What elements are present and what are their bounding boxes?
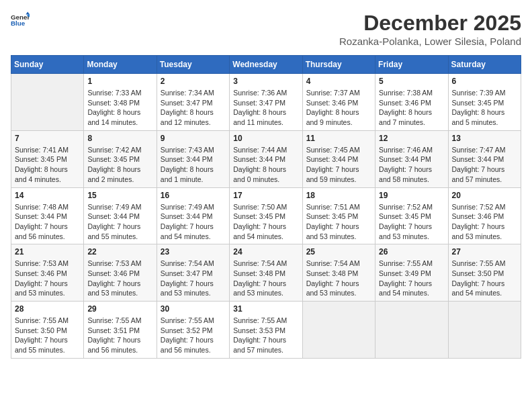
day-number: 6 xyxy=(452,77,517,86)
svg-text:Blue: Blue xyxy=(11,19,26,27)
day-number: 7 xyxy=(15,134,80,143)
calendar: Sunday Monday Tuesday Wednesday Thursday… xyxy=(11,55,521,359)
day-info: Sunrise: 7:55 AM Sunset: 3:50 PM Dayligh… xyxy=(452,259,517,298)
day-info: Sunrise: 7:47 AM Sunset: 3:44 PM Dayligh… xyxy=(452,145,517,185)
calendar-week-row: 14Sunrise: 7:48 AM Sunset: 3:44 PM Dayli… xyxy=(11,187,521,244)
location-title: Rozanka-Polanka, Lower Silesia, Poland xyxy=(339,36,521,47)
table-row: 18Sunrise: 7:51 AM Sunset: 3:45 PM Dayli… xyxy=(302,187,375,244)
table-row: 21Sunrise: 7:53 AM Sunset: 3:46 PM Dayli… xyxy=(11,244,84,302)
day-info: Sunrise: 7:39 AM Sunset: 3:45 PM Dayligh… xyxy=(452,88,517,128)
table-row xyxy=(11,74,84,131)
calendar-week-row: 1Sunrise: 7:33 AM Sunset: 3:48 PM Daylig… xyxy=(11,74,521,131)
day-number: 14 xyxy=(15,191,80,200)
day-number: 17 xyxy=(233,191,298,200)
day-number: 24 xyxy=(233,247,298,257)
day-info: Sunrise: 7:41 AM Sunset: 3:45 PM Dayligh… xyxy=(15,145,80,185)
day-info: Sunrise: 7:44 AM Sunset: 3:44 PM Dayligh… xyxy=(233,145,298,185)
day-number: 2 xyxy=(161,77,226,86)
day-info: Sunrise: 7:55 AM Sunset: 3:49 PM Dayligh… xyxy=(379,259,444,298)
day-info: Sunrise: 7:33 AM Sunset: 3:48 PM Dayligh… xyxy=(87,88,152,128)
day-number: 22 xyxy=(87,247,152,257)
day-info: Sunrise: 7:52 AM Sunset: 3:46 PM Dayligh… xyxy=(452,202,517,242)
day-info: Sunrise: 7:53 AM Sunset: 3:46 PM Dayligh… xyxy=(87,259,152,298)
day-number: 16 xyxy=(161,191,226,200)
table-row: 20Sunrise: 7:52 AM Sunset: 3:46 PM Dayli… xyxy=(448,187,521,244)
day-info: Sunrise: 7:42 AM Sunset: 3:45 PM Dayligh… xyxy=(87,145,152,185)
day-number: 19 xyxy=(379,191,444,200)
day-number: 15 xyxy=(87,191,152,200)
day-number: 13 xyxy=(452,134,517,143)
table-row: 1Sunrise: 7:33 AM Sunset: 3:48 PM Daylig… xyxy=(84,74,157,131)
calendar-week-row: 28Sunrise: 7:55 AM Sunset: 3:50 PM Dayli… xyxy=(11,302,521,359)
day-number: 21 xyxy=(15,247,80,257)
day-info: Sunrise: 7:52 AM Sunset: 3:45 PM Dayligh… xyxy=(379,202,444,242)
day-info: Sunrise: 7:55 AM Sunset: 3:50 PM Dayligh… xyxy=(15,316,80,355)
table-row xyxy=(375,302,448,359)
title-section: December 2025 Rozanka-Polanka, Lower Sil… xyxy=(339,11,521,47)
table-row: 3Sunrise: 7:36 AM Sunset: 3:47 PM Daylig… xyxy=(230,74,302,131)
col-saturday: Saturday xyxy=(448,56,521,74)
day-info: Sunrise: 7:55 AM Sunset: 3:51 PM Dayligh… xyxy=(87,316,152,355)
day-number: 31 xyxy=(233,304,298,314)
day-info: Sunrise: 7:43 AM Sunset: 3:44 PM Dayligh… xyxy=(161,145,226,185)
logo: General Blue xyxy=(11,11,30,30)
day-number: 30 xyxy=(161,304,226,314)
day-number: 12 xyxy=(379,134,444,143)
day-info: Sunrise: 7:48 AM Sunset: 3:44 PM Dayligh… xyxy=(15,202,80,242)
table-row: 11Sunrise: 7:45 AM Sunset: 3:44 PM Dayli… xyxy=(302,130,375,187)
table-row: 24Sunrise: 7:54 AM Sunset: 3:48 PM Dayli… xyxy=(230,244,302,302)
day-info: Sunrise: 7:55 AM Sunset: 3:52 PM Dayligh… xyxy=(161,316,226,355)
table-row: 31Sunrise: 7:55 AM Sunset: 3:53 PM Dayli… xyxy=(230,302,302,359)
header: General Blue December 2025 Rozanka-Polan… xyxy=(11,11,521,47)
day-number: 9 xyxy=(161,134,226,143)
day-info: Sunrise: 7:36 AM Sunset: 3:47 PM Dayligh… xyxy=(233,88,298,128)
day-number: 18 xyxy=(306,191,371,200)
table-row: 12Sunrise: 7:46 AM Sunset: 3:44 PM Dayli… xyxy=(375,130,448,187)
day-number: 8 xyxy=(87,134,152,143)
table-row: 7Sunrise: 7:41 AM Sunset: 3:45 PM Daylig… xyxy=(11,130,84,187)
table-row: 25Sunrise: 7:54 AM Sunset: 3:48 PM Dayli… xyxy=(302,244,375,302)
table-row: 6Sunrise: 7:39 AM Sunset: 3:45 PM Daylig… xyxy=(448,74,521,131)
month-title: December 2025 xyxy=(339,11,521,36)
table-row: 30Sunrise: 7:55 AM Sunset: 3:52 PM Dayli… xyxy=(157,302,229,359)
day-number: 20 xyxy=(452,191,517,200)
table-row: 10Sunrise: 7:44 AM Sunset: 3:44 PM Dayli… xyxy=(230,130,302,187)
table-row: 28Sunrise: 7:55 AM Sunset: 3:50 PM Dayli… xyxy=(11,302,84,359)
table-row: 26Sunrise: 7:55 AM Sunset: 3:49 PM Dayli… xyxy=(375,244,448,302)
day-number: 25 xyxy=(306,247,371,257)
day-info: Sunrise: 7:53 AM Sunset: 3:46 PM Dayligh… xyxy=(15,259,80,298)
table-row: 17Sunrise: 7:50 AM Sunset: 3:45 PM Dayli… xyxy=(230,187,302,244)
table-row: 5Sunrise: 7:38 AM Sunset: 3:46 PM Daylig… xyxy=(375,74,448,131)
table-row: 13Sunrise: 7:47 AM Sunset: 3:44 PM Dayli… xyxy=(448,130,521,187)
day-number: 4 xyxy=(306,77,371,86)
day-info: Sunrise: 7:54 AM Sunset: 3:48 PM Dayligh… xyxy=(306,259,371,298)
table-row: 29Sunrise: 7:55 AM Sunset: 3:51 PM Dayli… xyxy=(84,302,157,359)
calendar-week-row: 7Sunrise: 7:41 AM Sunset: 3:45 PM Daylig… xyxy=(11,130,521,187)
table-row: 19Sunrise: 7:52 AM Sunset: 3:45 PM Dayli… xyxy=(375,187,448,244)
day-number: 26 xyxy=(379,247,444,257)
table-row: 15Sunrise: 7:49 AM Sunset: 3:44 PM Dayli… xyxy=(84,187,157,244)
day-number: 1 xyxy=(87,77,152,86)
calendar-week-row: 21Sunrise: 7:53 AM Sunset: 3:46 PM Dayli… xyxy=(11,244,521,302)
calendar-header-row: Sunday Monday Tuesday Wednesday Thursday… xyxy=(11,56,521,74)
table-row: 16Sunrise: 7:49 AM Sunset: 3:44 PM Dayli… xyxy=(157,187,229,244)
col-thursday: Thursday xyxy=(302,56,375,74)
day-number: 28 xyxy=(15,304,80,314)
table-row: 2Sunrise: 7:34 AM Sunset: 3:47 PM Daylig… xyxy=(157,74,229,131)
col-sunday: Sunday xyxy=(11,56,84,74)
logo-icon: General Blue xyxy=(11,11,30,30)
col-monday: Monday xyxy=(84,56,157,74)
day-number: 23 xyxy=(161,247,226,257)
day-info: Sunrise: 7:51 AM Sunset: 3:45 PM Dayligh… xyxy=(306,202,371,242)
day-info: Sunrise: 7:50 AM Sunset: 3:45 PM Dayligh… xyxy=(233,202,298,242)
table-row: 23Sunrise: 7:54 AM Sunset: 3:47 PM Dayli… xyxy=(157,244,229,302)
col-wednesday: Wednesday xyxy=(230,56,302,74)
day-number: 5 xyxy=(379,77,444,86)
table-row: 14Sunrise: 7:48 AM Sunset: 3:44 PM Dayli… xyxy=(11,187,84,244)
day-info: Sunrise: 7:46 AM Sunset: 3:44 PM Dayligh… xyxy=(379,145,444,185)
table-row: 4Sunrise: 7:37 AM Sunset: 3:46 PM Daylig… xyxy=(302,74,375,131)
day-info: Sunrise: 7:38 AM Sunset: 3:46 PM Dayligh… xyxy=(379,88,444,128)
day-number: 10 xyxy=(233,134,298,143)
table-row: 22Sunrise: 7:53 AM Sunset: 3:46 PM Dayli… xyxy=(84,244,157,302)
table-row xyxy=(448,302,521,359)
